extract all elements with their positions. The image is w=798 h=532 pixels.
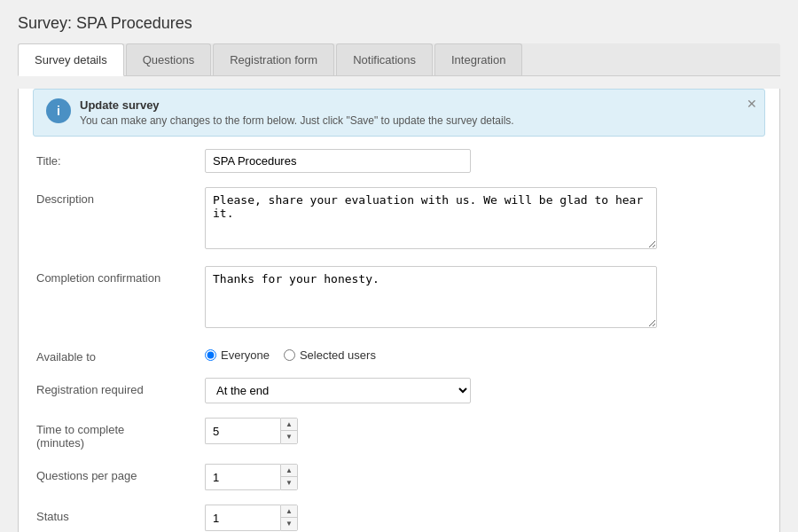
time-spinner: ▲ ▼ (205, 418, 762, 444)
questions-decrement-button[interactable]: ▼ (281, 477, 297, 489)
registration-row: Registration required At the end Before … (36, 378, 762, 403)
title-row: Title: (36, 149, 762, 173)
completion-control (205, 266, 762, 331)
description-textarea[interactable] (205, 187, 657, 249)
time-to-complete-row: Time to complete(minutes) ▲ ▼ (36, 418, 762, 450)
registration-select-wrap: At the end Before None (205, 378, 471, 403)
time-to-complete-label: Time to complete(minutes) (36, 418, 205, 450)
banner-title: Update survey (80, 98, 514, 112)
everyone-label: Everyone (221, 348, 270, 362)
tab-content: i Update survey You can make any changes… (18, 89, 780, 532)
completion-textarea[interactable] (205, 266, 657, 328)
description-label: Description (36, 187, 205, 206)
banner-close-button[interactable]: ✕ (747, 97, 757, 111)
tab-registration-form[interactable]: Registration form (213, 43, 334, 75)
description-control (205, 187, 762, 252)
registration-control: At the end Before None (205, 378, 762, 403)
questions-per-page-label: Questions per page (36, 464, 205, 482)
status-increment-button[interactable]: ▲ (281, 505, 297, 518)
banner-text: Update survey You can make any changes t… (80, 98, 514, 127)
tab-survey-details[interactable]: Survey details (18, 43, 124, 76)
registration-select[interactable]: At the end Before None (205, 378, 471, 403)
questions-increment-button[interactable]: ▲ (281, 465, 297, 477)
time-spinner-buttons: ▲ ▼ (280, 418, 298, 444)
status-decrement-button[interactable]: ▼ (281, 518, 297, 530)
status-select-wrap: ▲ ▼ (205, 505, 762, 531)
tab-bar: Survey details Questions Registration fo… (18, 43, 780, 76)
questions-per-page-control: ▲ ▼ (205, 464, 762, 490)
questions-spinner: ▲ ▼ (205, 464, 762, 490)
available-to-row: Available to Everyone Selected users (36, 345, 762, 364)
available-to-control: Everyone Selected users (205, 345, 762, 362)
time-input[interactable] (205, 418, 280, 444)
status-input[interactable] (205, 505, 280, 531)
time-increment-button[interactable]: ▲ (281, 419, 297, 431)
page-title: Survey: SPA Procedures (18, 14, 780, 33)
update-survey-banner: i Update survey You can make any changes… (33, 89, 765, 137)
selected-users-radio[interactable] (284, 349, 295, 361)
tab-questions[interactable]: Questions (126, 43, 212, 75)
available-to-label: Available to (36, 345, 205, 364)
info-icon: i (46, 98, 71, 123)
questions-per-page-row: Questions per page ▲ ▼ (36, 464, 762, 490)
everyone-radio[interactable] (205, 349, 216, 361)
everyone-option[interactable]: Everyone (205, 348, 270, 362)
selected-users-option[interactable]: Selected users (284, 348, 376, 362)
title-label: Title: (36, 149, 205, 168)
title-control (205, 149, 762, 173)
form-body: Title: Description Completion confirmati… (19, 149, 779, 531)
banner-message: You can make any changes to the form bel… (80, 114, 514, 127)
description-row: Description (36, 187, 762, 252)
completion-row: Completion confirmation (36, 266, 762, 331)
selected-users-label: Selected users (300, 348, 376, 362)
completion-label: Completion confirmation (36, 266, 205, 285)
registration-label: Registration required (36, 378, 205, 396)
status-spinner-buttons: ▲ ▼ (280, 505, 298, 531)
status-control: ▲ ▼ (205, 505, 762, 531)
questions-spinner-buttons: ▲ ▼ (280, 464, 298, 490)
time-to-complete-control: ▲ ▼ (205, 418, 762, 444)
tab-notifications[interactable]: Notifications (336, 43, 433, 75)
status-row: Status ▲ ▼ (36, 505, 762, 531)
title-input[interactable] (205, 149, 471, 173)
questions-input[interactable] (205, 464, 280, 490)
tab-integration[interactable]: Integration (434, 43, 522, 75)
time-decrement-button[interactable]: ▼ (281, 431, 297, 443)
status-label: Status (36, 505, 205, 523)
